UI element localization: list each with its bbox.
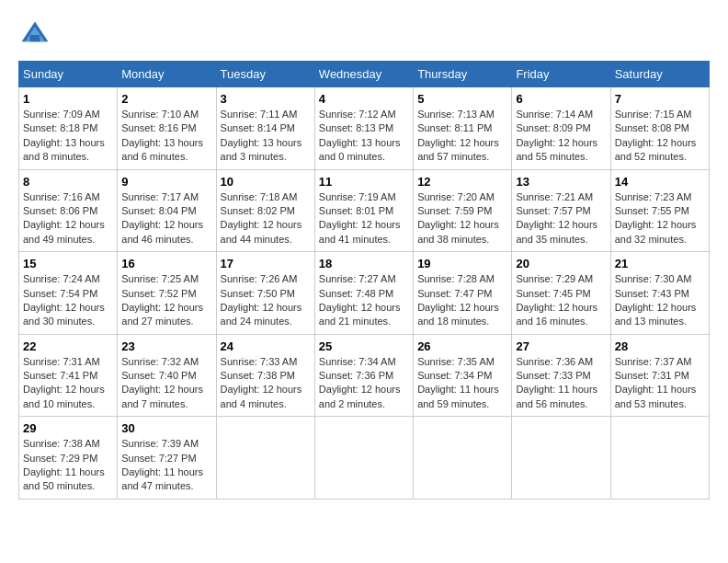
day-number: 14	[615, 175, 705, 189]
logo-icon	[18, 18, 51, 52]
calendar-cell: 12Sunrise: 7:20 AMSunset: 7:59 PMDayligh…	[414, 169, 512, 252]
day-info: Sunrise: 7:09 AMSunset: 8:18 PMDaylight:…	[23, 108, 113, 165]
calendar-header-row: SundayMondayTuesdayWednesdayThursdayFrid…	[19, 62, 710, 87]
day-info: Sunrise: 7:24 AMSunset: 7:54 PMDaylight:…	[23, 272, 113, 329]
day-number: 16	[121, 257, 211, 270]
calendar-cell: 7Sunrise: 7:15 AMSunset: 8:08 PMDaylight…	[610, 87, 709, 170]
calendar-cell: 30Sunrise: 7:39 AMSunset: 7:27 PMDayligh…	[118, 417, 216, 500]
calendar-cell: 20Sunrise: 7:29 AMSunset: 7:45 PMDayligh…	[512, 252, 610, 335]
day-number: 11	[319, 175, 409, 189]
day-info: Sunrise: 7:26 AMSunset: 7:50 PMDaylight:…	[221, 272, 311, 329]
day-info: Sunrise: 7:13 AMSunset: 8:11 PMDaylight:…	[417, 108, 507, 165]
calendar-table: SundayMondayTuesdayWednesdayThursdayFrid…	[18, 61, 710, 500]
calendar-cell: 10Sunrise: 7:18 AMSunset: 8:02 PMDayligh…	[216, 169, 314, 252]
day-info: Sunrise: 7:10 AMSunset: 8:16 PMDaylight:…	[121, 108, 211, 165]
calendar-cell: 15Sunrise: 7:24 AMSunset: 7:54 PMDayligh…	[19, 252, 118, 335]
calendar-cell: 6Sunrise: 7:14 AMSunset: 8:09 PMDaylight…	[512, 87, 610, 170]
column-header-friday: Friday	[512, 62, 610, 87]
day-number: 12	[417, 175, 507, 189]
day-number: 2	[121, 92, 211, 106]
day-info: Sunrise: 7:33 AMSunset: 7:38 PMDaylight:…	[221, 355, 311, 412]
day-number: 19	[417, 257, 507, 270]
week-row-3: 15Sunrise: 7:24 AMSunset: 7:54 PMDayligh…	[19, 252, 710, 335]
week-row-5: 29Sunrise: 7:38 AMSunset: 7:29 PMDayligh…	[19, 417, 710, 500]
day-number: 17	[221, 257, 311, 270]
calendar-cell: 28Sunrise: 7:37 AMSunset: 7:31 PMDayligh…	[610, 334, 709, 417]
calendar-cell	[314, 417, 413, 500]
calendar-cell: 4Sunrise: 7:12 AMSunset: 8:13 PMDaylight…	[314, 87, 413, 170]
day-number: 13	[516, 175, 606, 189]
day-number: 5	[417, 92, 507, 106]
column-header-saturday: Saturday	[610, 62, 709, 87]
calendar-cell	[216, 417, 314, 500]
day-info: Sunrise: 7:25 AMSunset: 7:52 PMDaylight:…	[121, 272, 211, 329]
calendar-cell: 23Sunrise: 7:32 AMSunset: 7:40 PMDayligh…	[118, 334, 216, 417]
day-number: 15	[23, 257, 113, 270]
calendar-cell: 1Sunrise: 7:09 AMSunset: 8:18 PMDaylight…	[19, 87, 118, 170]
day-number: 28	[615, 339, 705, 353]
day-number: 27	[516, 339, 606, 353]
calendar-cell: 29Sunrise: 7:38 AMSunset: 7:29 PMDayligh…	[19, 417, 118, 500]
column-header-tuesday: Tuesday	[216, 62, 314, 87]
day-info: Sunrise: 7:35 AMSunset: 7:34 PMDaylight:…	[417, 355, 507, 412]
day-info: Sunrise: 7:36 AMSunset: 7:33 PMDaylight:…	[516, 355, 606, 412]
day-number: 26	[417, 339, 507, 353]
calendar-cell: 21Sunrise: 7:30 AMSunset: 7:43 PMDayligh…	[610, 252, 709, 335]
calendar-cell: 25Sunrise: 7:34 AMSunset: 7:36 PMDayligh…	[314, 334, 413, 417]
day-number: 20	[516, 257, 606, 270]
day-number: 29	[23, 421, 113, 435]
day-info: Sunrise: 7:37 AMSunset: 7:31 PMDaylight:…	[615, 355, 705, 412]
day-info: Sunrise: 7:23 AMSunset: 7:55 PMDaylight:…	[615, 190, 705, 247]
day-info: Sunrise: 7:31 AMSunset: 7:41 PMDaylight:…	[23, 355, 113, 412]
day-info: Sunrise: 7:19 AMSunset: 8:01 PMDaylight:…	[319, 190, 409, 247]
day-info: Sunrise: 7:27 AMSunset: 7:48 PMDaylight:…	[319, 272, 409, 329]
calendar-cell	[414, 417, 512, 500]
calendar-cell: 24Sunrise: 7:33 AMSunset: 7:38 PMDayligh…	[216, 334, 314, 417]
calendar-cell: 8Sunrise: 7:16 AMSunset: 8:06 PMDaylight…	[19, 169, 118, 252]
calendar-cell: 11Sunrise: 7:19 AMSunset: 8:01 PMDayligh…	[314, 169, 413, 252]
logo	[18, 18, 57, 52]
calendar-cell: 14Sunrise: 7:23 AMSunset: 7:55 PMDayligh…	[610, 169, 709, 252]
day-number: 6	[516, 92, 606, 106]
page-header	[18, 18, 710, 52]
day-info: Sunrise: 7:18 AMSunset: 8:02 PMDaylight:…	[221, 190, 311, 247]
column-header-wednesday: Wednesday	[314, 62, 413, 87]
column-header-monday: Monday	[118, 62, 216, 87]
day-info: Sunrise: 7:17 AMSunset: 8:04 PMDaylight:…	[121, 190, 211, 247]
day-number: 21	[615, 257, 705, 270]
day-number: 9	[121, 175, 211, 189]
day-info: Sunrise: 7:20 AMSunset: 7:59 PMDaylight:…	[417, 190, 507, 247]
column-header-thursday: Thursday	[414, 62, 512, 87]
week-row-4: 22Sunrise: 7:31 AMSunset: 7:41 PMDayligh…	[19, 334, 710, 417]
day-info: Sunrise: 7:29 AMSunset: 7:45 PMDaylight:…	[516, 272, 606, 329]
calendar-cell: 22Sunrise: 7:31 AMSunset: 7:41 PMDayligh…	[19, 334, 118, 417]
day-info: Sunrise: 7:11 AMSunset: 8:14 PMDaylight:…	[221, 108, 311, 165]
day-number: 25	[319, 339, 409, 353]
calendar-cell: 9Sunrise: 7:17 AMSunset: 8:04 PMDaylight…	[118, 169, 216, 252]
svg-rect-2	[30, 35, 40, 41]
day-number: 8	[23, 175, 113, 189]
day-info: Sunrise: 7:21 AMSunset: 7:57 PMDaylight:…	[516, 190, 606, 247]
calendar-cell	[610, 417, 709, 500]
calendar-cell: 5Sunrise: 7:13 AMSunset: 8:11 PMDaylight…	[414, 87, 512, 170]
calendar-cell: 27Sunrise: 7:36 AMSunset: 7:33 PMDayligh…	[512, 334, 610, 417]
day-number: 22	[23, 339, 113, 353]
day-info: Sunrise: 7:30 AMSunset: 7:43 PMDaylight:…	[615, 272, 705, 329]
day-number: 18	[319, 257, 409, 270]
day-number: 24	[221, 339, 311, 353]
day-info: Sunrise: 7:28 AMSunset: 7:47 PMDaylight:…	[417, 272, 507, 329]
calendar-cell: 17Sunrise: 7:26 AMSunset: 7:50 PMDayligh…	[216, 252, 314, 335]
day-number: 4	[319, 92, 409, 106]
day-info: Sunrise: 7:39 AMSunset: 7:27 PMDaylight:…	[121, 437, 211, 494]
day-info: Sunrise: 7:14 AMSunset: 8:09 PMDaylight:…	[516, 108, 606, 165]
day-number: 10	[221, 175, 311, 189]
calendar-cell: 16Sunrise: 7:25 AMSunset: 7:52 PMDayligh…	[118, 252, 216, 335]
day-number: 1	[23, 92, 113, 106]
day-number: 7	[615, 92, 705, 106]
calendar-cell: 3Sunrise: 7:11 AMSunset: 8:14 PMDaylight…	[216, 87, 314, 170]
day-info: Sunrise: 7:16 AMSunset: 8:06 PMDaylight:…	[23, 190, 113, 247]
week-row-2: 8Sunrise: 7:16 AMSunset: 8:06 PMDaylight…	[19, 169, 710, 252]
day-info: Sunrise: 7:38 AMSunset: 7:29 PMDaylight:…	[23, 437, 113, 494]
day-number: 30	[121, 421, 211, 435]
calendar-cell: 13Sunrise: 7:21 AMSunset: 7:57 PMDayligh…	[512, 169, 610, 252]
